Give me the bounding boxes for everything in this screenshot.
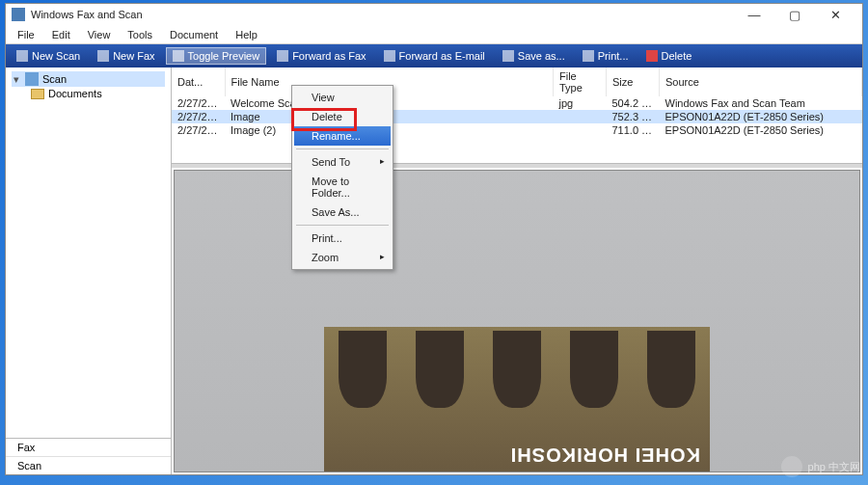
forward-email-button[interactable]: Forward as E-mail — [377, 47, 492, 65]
sidebar-scan[interactable]: Scan — [6, 456, 171, 474]
ctx-save-as[interactable]: Save As... — [294, 202, 391, 222]
minimize-button[interactable]: — — [743, 7, 766, 22]
forward-fax-button[interactable]: Forward as Fax — [270, 47, 372, 65]
new-fax-button[interactable]: New Fax — [91, 47, 161, 65]
ctx-send-to[interactable]: Send To — [294, 152, 391, 172]
menu-edit[interactable]: Edit — [44, 27, 78, 42]
forward-fax-icon — [277, 50, 288, 62]
watermark: php 中文网 — [781, 456, 860, 477]
horizontal-splitter[interactable] — [172, 164, 862, 168]
maximize-button[interactable]: ▢ — [783, 7, 806, 22]
new-scan-button[interactable]: New Scan — [10, 47, 87, 65]
ctx-delete[interactable]: Delete — [294, 107, 391, 126]
col-size[interactable]: Size — [607, 67, 660, 96]
delete-button[interactable]: Delete — [639, 47, 699, 65]
scanned-image: KOHEI HORIKOSHI — [324, 327, 710, 472]
fax-icon — [97, 50, 109, 62]
delete-icon — [646, 50, 658, 62]
tree-documents-node[interactable]: Documents — [12, 87, 165, 100]
sidebar-bottom: Fax Scan — [6, 438, 171, 474]
watermark-logo-icon — [781, 456, 802, 477]
save-as-button[interactable]: Save as... — [496, 47, 572, 65]
app-window: Windows Fax and Scan — ▢ ✕ File Edit Vie… — [5, 3, 863, 475]
sidebar: ▾ Scan Documents Fax Scan — [6, 67, 172, 474]
app-icon — [12, 8, 25, 21]
titlebar: Windows Fax and Scan — ▢ ✕ — [6, 4, 862, 25]
menu-tools[interactable]: Tools — [120, 27, 160, 42]
scanned-graphic — [324, 327, 710, 438]
scan-icon — [16, 50, 28, 62]
menubar: File Edit View Tools Document Help — [6, 25, 862, 44]
ctx-separator — [296, 225, 389, 226]
table-row-selected[interactable]: 2/27/202... Image 752.3 KB EPSON01A22D (… — [172, 110, 862, 123]
context-menu: View Delete Rename... Send To Move to Fo… — [291, 85, 393, 270]
content-area: Dat... File Name File Type Size Source 2… — [172, 67, 862, 474]
save-icon — [502, 50, 514, 62]
ctx-move-to[interactable]: Move to Folder... — [294, 172, 391, 202]
watermark-text: php 中文网 — [808, 460, 860, 474]
column-header-row: Dat... File Name File Type Size Source — [172, 67, 862, 96]
menu-view[interactable]: View — [80, 27, 119, 42]
close-button[interactable]: ✕ — [824, 7, 847, 22]
col-source[interactable]: Source — [660, 67, 862, 96]
preview-icon — [173, 50, 184, 62]
table-row[interactable]: 2/27/202... Welcome Scan jpg 504.2 KB Wi… — [172, 96, 862, 110]
scanned-image-text: KOHEI HORIKOSHI — [324, 438, 710, 472]
toggle-preview-button[interactable]: Toggle Preview — [166, 47, 267, 65]
main-area: ▾ Scan Documents Fax Scan — [6, 67, 862, 474]
sidebar-fax[interactable]: Fax — [6, 439, 171, 456]
ctx-zoom[interactable]: Zoom — [294, 248, 391, 267]
file-list: Dat... File Name File Type Size Source 2… — [172, 67, 862, 164]
table-row[interactable]: 2/27/202... Image (2) 711.0 KB EPSON01A2… — [172, 123, 862, 137]
menu-document[interactable]: Document — [162, 27, 226, 42]
collapse-icon[interactable]: ▾ — [12, 73, 21, 86]
window-controls: — ▢ ✕ — [743, 7, 847, 22]
ctx-view[interactable]: View — [294, 88, 391, 107]
ctx-separator — [296, 148, 389, 149]
tree-documents-label: Documents — [48, 88, 102, 99]
preview-pane: KOHEI HORIKOSHI — [174, 170, 860, 472]
print-button[interactable]: Print... — [576, 47, 636, 65]
tree-scan-node[interactable]: ▾ Scan — [12, 71, 165, 87]
menu-help[interactable]: Help — [228, 27, 265, 42]
col-date[interactable]: Dat... — [172, 67, 225, 96]
window-title: Windows Fax and Scan — [31, 9, 743, 20]
folder-tree: ▾ Scan Documents — [6, 67, 171, 438]
ctx-print[interactable]: Print... — [294, 229, 391, 248]
menu-file[interactable]: File — [10, 27, 42, 42]
folder-icon — [31, 89, 44, 99]
email-icon — [384, 50, 395, 62]
ctx-rename[interactable]: Rename... — [294, 126, 391, 146]
tree-scan-label: Scan — [42, 73, 67, 85]
scan-folder-icon — [25, 72, 39, 86]
print-icon — [583, 50, 594, 62]
toolbar: New Scan New Fax Toggle Preview Forward … — [6, 44, 862, 67]
col-filetype[interactable]: File Type — [554, 67, 607, 96]
